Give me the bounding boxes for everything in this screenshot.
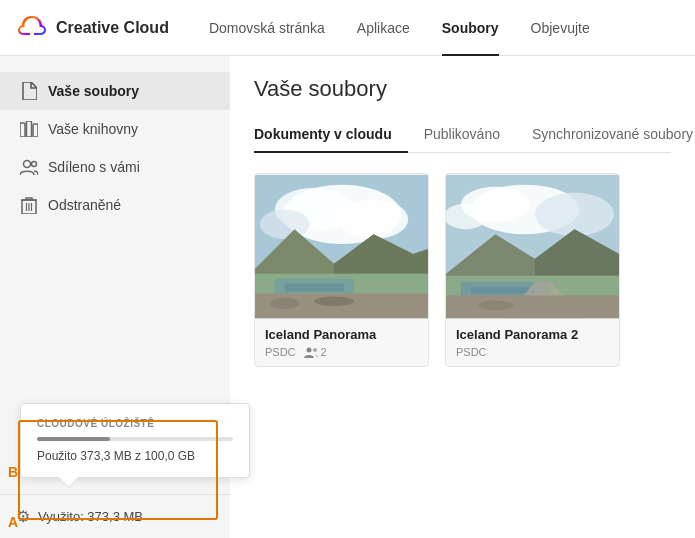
file-info-1: Iceland Panorama PSDC 2 xyxy=(255,319,428,366)
shared-icon xyxy=(20,158,38,176)
sidebar-item-deleted[interactable]: Odstraněné xyxy=(0,186,230,224)
file-collaborators-1: 2 xyxy=(304,346,327,358)
sidebar-item-libraries[interactable]: Vaše knihovny xyxy=(0,110,230,148)
file-name-2: Iceland Panorama 2 xyxy=(456,327,609,342)
creative-cloud-logo-icon xyxy=(16,12,48,44)
svg-rect-1 xyxy=(20,123,25,137)
top-navigation: Creative Cloud Domovská stránka Aplikace… xyxy=(0,0,695,56)
tab-cloud-documents[interactable]: Dokumenty v cloudu xyxy=(254,118,408,152)
sidebar-bottom: ⚙ Využito: 373,3 MB xyxy=(0,494,230,538)
files-grid: Iceland Panorama PSDC 2 xyxy=(254,173,671,367)
file-meta-1: PSDC 2 xyxy=(265,346,418,358)
svg-point-29 xyxy=(446,203,488,229)
svg-point-21 xyxy=(270,297,300,309)
main-layout: Vaše soubory Vaše knihovny Sdíleno s vám… xyxy=(0,56,695,538)
app-name: Creative Cloud xyxy=(56,19,169,37)
nav-item-discover[interactable]: Objevujte xyxy=(515,0,606,56)
svg-rect-36 xyxy=(446,295,619,318)
svg-rect-19 xyxy=(285,284,344,292)
sidebar-label-shared: Sdíleno s vámi xyxy=(48,159,140,175)
svg-point-4 xyxy=(24,161,31,168)
storage-bar-fill xyxy=(37,437,110,441)
file-icon xyxy=(20,82,38,100)
marker-a: A xyxy=(8,514,18,530)
svg-point-5 xyxy=(32,162,37,167)
storage-usage-label: Využito: 373,3 MB xyxy=(38,509,143,524)
library-icon xyxy=(20,120,38,138)
svg-point-13 xyxy=(339,200,408,240)
sidebar: Vaše soubory Vaše knihovny Sdíleno s vám… xyxy=(0,56,230,538)
nav-menu: Domovská stránka Aplikace Soubory Objevu… xyxy=(193,0,679,56)
file-type-1: PSDC xyxy=(265,346,296,358)
svg-point-14 xyxy=(260,209,309,239)
file-card-iceland-panorama[interactable]: Iceland Panorama PSDC 2 xyxy=(254,173,429,367)
page-title: Vaše soubory xyxy=(254,76,671,102)
sidebar-label-libraries: Vaše knihovny xyxy=(48,121,138,137)
svg-rect-2 xyxy=(27,121,32,137)
svg-point-23 xyxy=(306,348,311,353)
svg-point-24 xyxy=(313,348,317,352)
svg-point-37 xyxy=(478,300,514,310)
nav-item-apps[interactable]: Aplikace xyxy=(341,0,426,56)
file-card-iceland-panorama-2[interactable]: Iceland Panorama 2 PSDC xyxy=(445,173,620,367)
storage-used-text: Použito 373,3 MB z 100,0 GB xyxy=(37,449,233,463)
file-info-2: Iceland Panorama 2 PSDC xyxy=(446,319,619,366)
file-name-1: Iceland Panorama xyxy=(265,327,418,342)
nav-item-home[interactable]: Domovská stránka xyxy=(193,0,341,56)
svg-rect-3 xyxy=(33,124,38,137)
file-thumbnail-2 xyxy=(446,174,619,319)
tab-published[interactable]: Publikováno xyxy=(408,118,516,152)
marker-b: B xyxy=(8,464,18,480)
nav-item-files[interactable]: Soubory xyxy=(426,0,515,56)
svg-rect-34 xyxy=(471,288,535,294)
storage-tooltip: CLOUDOVÉ ÚLOŽIŠTĚ Použito 373,3 MB z 100… xyxy=(20,403,250,478)
svg-point-22 xyxy=(314,296,354,306)
sidebar-item-shared[interactable]: Sdíleno s vámi xyxy=(0,148,230,186)
file-type-2: PSDC xyxy=(456,346,487,358)
sub-tabs: Dokumenty v cloudu Publikováno Synchroni… xyxy=(254,118,671,153)
file-meta-2: PSDC xyxy=(456,346,609,358)
main-content: Vaše soubory Dokumenty v cloudu Publikov… xyxy=(230,56,695,538)
trash-icon xyxy=(20,196,38,214)
sidebar-item-your-files[interactable]: Vaše soubory xyxy=(0,72,230,110)
tab-synced-files[interactable]: Synchronizované soubory xyxy=(516,118,695,152)
storage-tooltip-title: CLOUDOVÉ ÚLOŽIŠTĚ xyxy=(37,418,233,429)
file-thumbnail-1 xyxy=(255,174,428,319)
storage-bar-background xyxy=(37,437,233,441)
sidebar-label-deleted: Odstraněné xyxy=(48,197,121,213)
app-logo[interactable]: Creative Cloud xyxy=(16,12,169,44)
sidebar-label-your-files: Vaše soubory xyxy=(48,83,139,99)
